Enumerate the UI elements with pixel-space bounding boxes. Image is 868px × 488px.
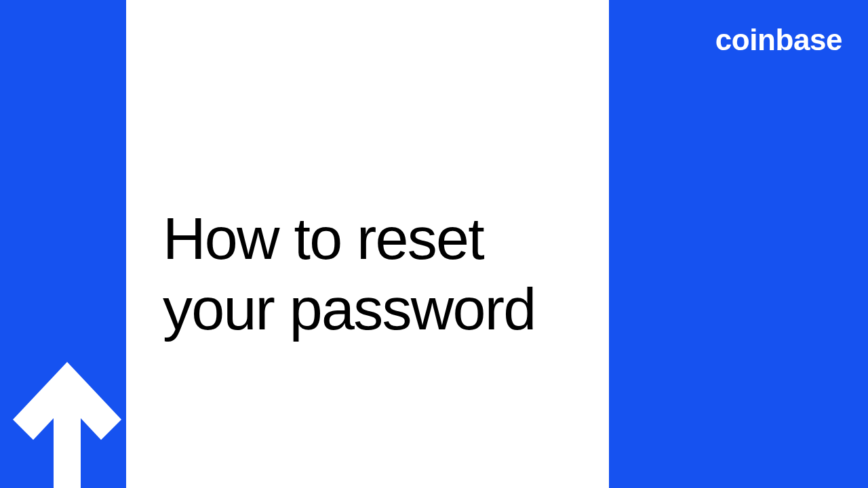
arrow-up-icon [9, 355, 125, 488]
title-line-1: How to reset [163, 205, 484, 272]
title-line-2: your password [163, 275, 535, 342]
page-title: How to reset your password [163, 203, 535, 344]
brand-logo: coinbase [715, 23, 842, 57]
